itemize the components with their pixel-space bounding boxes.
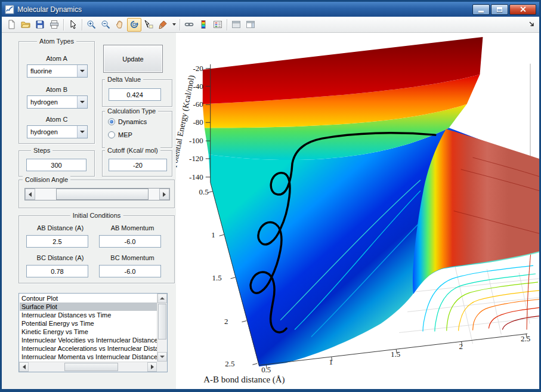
- collision-angle-group: Collision Angle: [18, 180, 175, 208]
- y-tick: 0.5: [199, 187, 209, 196]
- plot-type-listbox[interactable]: Contour Plot Surface Plot Internuclear D…: [18, 293, 168, 372]
- atom-b-dropdown[interactable]: hydrogen: [27, 95, 88, 109]
- slider-left-arrow[interactable]: [25, 189, 35, 200]
- slider-track[interactable]: [35, 189, 159, 200]
- save-icon: [35, 20, 45, 29]
- y-tick: 1: [211, 230, 215, 239]
- rotate-3d-icon: [129, 20, 139, 29]
- close-button[interactable]: [509, 4, 536, 15]
- print-button[interactable]: [47, 18, 61, 32]
- list-item[interactable]: Potential Energy vs Time: [20, 319, 157, 328]
- bc-momentum-field[interactable]: -6.0: [99, 265, 161, 277]
- radio-icon: [108, 118, 115, 125]
- z-tick: -140: [189, 172, 203, 181]
- toolbar-separator: [63, 19, 64, 30]
- surface-plot[interactable]: -20 -40 -60 -80 -100 -120 -140 0.5 1 1.5…: [176, 33, 539, 389]
- open-file-button[interactable]: [18, 18, 33, 32]
- link-plot-button[interactable]: [182, 18, 196, 32]
- atom-types-title: Atom Types: [37, 38, 76, 45]
- save-button[interactable]: [33, 18, 47, 32]
- horizontal-scroll-thumb[interactable]: [64, 363, 118, 371]
- brush-button[interactable]: [156, 18, 170, 32]
- list-item-selected[interactable]: Surface Plot: [20, 303, 157, 311]
- initial-conditions-group: Initial Conditions AB Distance (A) AB Mo…: [18, 215, 175, 283]
- zoom-in-button[interactable]: [84, 18, 98, 32]
- edit-plot-arrow-icon: [68, 20, 78, 29]
- radio-mep[interactable]: MEP: [108, 131, 132, 138]
- zoom-out-button[interactable]: [98, 18, 113, 32]
- list-item[interactable]: Internuclear Distances vs Time: [20, 311, 157, 319]
- atom-types-group: Atom Types Atom A fluorine Atom B hydrog…: [18, 41, 95, 144]
- app-window: Molecular Dynamics: [0, 0, 541, 392]
- scroll-up-button[interactable]: [157, 294, 167, 303]
- rotate-3d-button[interactable]: [127, 18, 141, 32]
- control-panel: Atom Types Atom A fluorine Atom B hydrog…: [2, 33, 176, 389]
- app-icon: [5, 5, 14, 14]
- calculation-type-title: Calculation Type: [105, 107, 158, 115]
- delta-value-field[interactable]: 0.424: [109, 88, 161, 101]
- x-tick: 1.5: [391, 350, 400, 359]
- atom-b-dropdown-button[interactable]: [77, 96, 87, 108]
- pan-button[interactable]: [113, 18, 127, 32]
- y-tick: 2: [224, 317, 228, 326]
- atom-c-dropdown-button[interactable]: [77, 126, 87, 138]
- brush-dropdown-button[interactable]: [170, 18, 178, 32]
- pan-hand-icon: [115, 20, 125, 29]
- atom-a-dropdown-button[interactable]: [77, 65, 87, 77]
- chevron-down-icon: [80, 131, 85, 133]
- chevron-down-icon: [80, 70, 85, 72]
- list-item[interactable]: Internuclear Accelerations vs Internucle…: [20, 344, 157, 353]
- vertical-scrollbar[interactable]: [157, 294, 167, 362]
- radio-dynamics[interactable]: Dynamics: [108, 118, 147, 125]
- scroll-left-button[interactable]: [19, 362, 29, 372]
- colorbar-icon: [199, 20, 208, 29]
- scroll-down-button[interactable]: [157, 352, 167, 362]
- print-icon: [50, 20, 59, 29]
- ab-distance-label: AB Distance (A): [25, 224, 95, 232]
- chevron-down-icon: [80, 101, 85, 103]
- ab-distance-field[interactable]: 2.5: [26, 235, 88, 248]
- list-item[interactable]: Internuclear Momenta vs Internuclear Dis…: [20, 353, 157, 361]
- hide-plot-tools-button[interactable]: [229, 18, 243, 32]
- bc-distance-field[interactable]: 0.78: [26, 265, 88, 277]
- data-cursor-button[interactable]: [141, 18, 156, 32]
- z-tick: -60: [193, 100, 203, 109]
- zoom-out-icon: [101, 20, 110, 29]
- slider-thumb[interactable]: [56, 189, 149, 200]
- dock-arrow-icon: [528, 21, 536, 28]
- close-icon: [520, 6, 526, 13]
- update-button[interactable]: Update: [103, 45, 163, 73]
- plot-type-list: Contour Plot Surface Plot Internuclear D…: [20, 294, 157, 362]
- scroll-right-button[interactable]: [147, 362, 157, 372]
- window-title: Molecular Dynamics: [17, 5, 471, 14]
- toolbar-separator: [227, 19, 227, 30]
- vertical-scroll-thumb[interactable]: [158, 304, 166, 339]
- list-item[interactable]: Contour Plot: [20, 294, 157, 303]
- insert-colorbar-button[interactable]: [196, 18, 211, 32]
- minimize-icon: [478, 11, 484, 13]
- new-file-button[interactable]: [4, 18, 18, 32]
- horizontal-scroll-track[interactable]: [29, 362, 147, 372]
- y-tick: 1.5: [212, 273, 221, 282]
- insert-legend-button[interactable]: [211, 18, 225, 32]
- steps-field[interactable]: 300: [26, 159, 86, 171]
- title-bar[interactable]: Molecular Dynamics: [2, 2, 539, 17]
- ab-momentum-field[interactable]: -6.0: [99, 235, 161, 248]
- maximize-button[interactable]: [491, 4, 508, 15]
- minimize-button[interactable]: [472, 4, 490, 15]
- z-tick: -80: [193, 118, 203, 126]
- slider-right-arrow[interactable]: [159, 189, 169, 200]
- atom-a-dropdown[interactable]: fluorine: [27, 64, 88, 78]
- cutoff-field[interactable]: -20: [109, 159, 167, 171]
- x-tick: 2.5: [521, 334, 530, 343]
- z-tick: -120: [189, 154, 203, 163]
- edit-plot-button[interactable]: [66, 18, 80, 32]
- radio-icon: [108, 131, 115, 138]
- list-item[interactable]: Kinetic Energy vs Time: [20, 328, 157, 336]
- atom-c-dropdown[interactable]: hydrogen: [27, 125, 88, 138]
- list-item[interactable]: Internuclear Velocities vs Internuclear …: [20, 336, 157, 344]
- dock-figure-button[interactable]: [528, 21, 536, 28]
- show-plot-tools-button[interactable]: [243, 18, 258, 32]
- horizontal-scrollbar[interactable]: [19, 362, 157, 372]
- collision-angle-slider[interactable]: [24, 188, 170, 200]
